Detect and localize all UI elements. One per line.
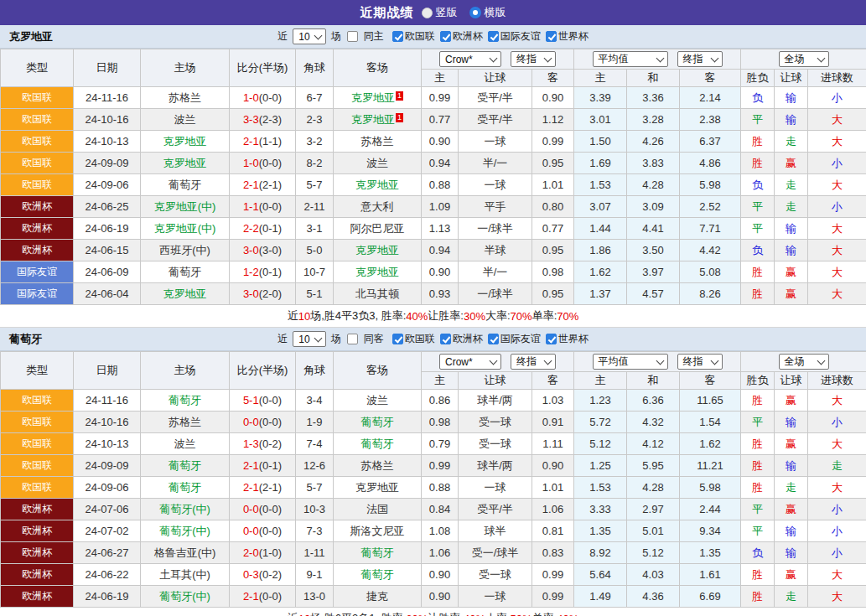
corner-score: 13-0 [296,586,334,608]
league-type-badge: 欧洲杯 [1,564,74,586]
odds-handicap: 半/一 [459,261,532,283]
team-section-portugal: 葡萄牙 近 10 场 同客 欧国联欧洲杯国际友谊世界杯 类型 日期 主场 比分(… [0,328,866,616]
scope-select-value: 全场 [785,52,805,66]
summary-segment: 让胜率: [428,308,464,324]
company-odds-group: Crow* 终指 [422,49,574,70]
team-name-text: 土耳其(中) [159,568,210,581]
home-team-cell: 波兰 [141,109,230,131]
odds-type-value: 终指 [683,355,703,369]
away-team-cell: 葡萄牙 [334,542,422,564]
chevron-down-icon [490,54,498,63]
result-outcome: 胜 [741,153,775,174]
view-option-horizontal[interactable]: 横版 [469,5,506,20]
match-date: 24-07-06 [74,499,141,520]
company-select[interactable]: Crow* [439,354,501,370]
summary-segment: 40% [464,613,485,616]
league-checkbox[interactable] [392,334,403,344]
score-fulltime: 2-1 [243,481,259,494]
league-checkbox[interactable] [440,334,451,344]
league-checkbox[interactable] [546,31,557,42]
result-goals: 大 [808,109,866,131]
league-checkbox[interactable] [440,31,451,42]
league-checkbox[interactable] [392,31,403,42]
result-handicap: 赢 [775,564,808,586]
average-select[interactable]: 平均值 [593,354,668,370]
odds-home: 0.88 [422,477,459,499]
average-select[interactable]: 平均值 [593,51,668,67]
result-handicap: 输 [775,455,808,477]
same-venue-checkbox[interactable] [347,334,358,344]
result-handicap: 走 [775,196,808,218]
avg-draw: 5.95 [627,455,680,477]
odds-away: 0.95 [532,283,574,305]
match-date: 24-09-06 [74,477,141,499]
match-date: 24-07-02 [74,520,141,542]
home-team-cell: 葡萄牙 [141,261,230,283]
odds-home: 0.94 [422,240,459,261]
radio-selected-icon[interactable] [469,7,481,18]
match-date: 24-11-16 [74,390,141,412]
col-header-corner: 角球 [296,352,334,390]
avg-home: 1.44 [574,218,627,240]
result-goals: 大 [808,131,866,153]
company-select[interactable]: Crow* [439,51,501,67]
avg-draw: 3.83 [627,153,680,174]
radio-icon[interactable] [422,8,433,18]
scope-select[interactable]: 全场 [779,51,829,67]
result-goals: 小 [808,87,866,109]
result-goals: 小 [808,499,866,520]
odds-away: 1.06 [532,499,574,520]
avg-home: 1.53 [574,477,627,499]
team-name-text: 葡萄牙(中) [159,503,210,515]
chevron-down-icon [314,32,322,40]
score-cell: 1-3(0-2) [230,433,296,455]
company-odds-type-select[interactable]: 终指 [511,51,556,67]
view-option-vertical[interactable]: 竖版 [422,5,458,20]
scope-select[interactable]: 全场 [779,354,829,370]
result-outcome: 胜 [741,586,775,608]
odds-away: 1.01 [532,174,574,196]
score-cell: 3-0(3-0) [230,240,296,261]
chevron-down-icon [544,357,552,365]
team-name-text: 苏格兰 [169,416,201,428]
average-odds-type-select[interactable]: 终指 [677,354,723,370]
rounds-select[interactable]: 10 [293,331,325,347]
same-venue-checkbox[interactable] [347,31,358,42]
team-name-text: 波兰 [174,437,196,450]
chevron-down-icon [817,357,825,365]
corner-score: 2-3 [296,109,334,131]
result-handicap: 赢 [775,283,808,305]
match-date: 24-11-16 [74,87,141,109]
result-goals: 小 [808,542,866,564]
col-header-type: 类型 [1,49,74,87]
odds-away: 0.98 [532,261,574,283]
away-team-cell: 克罗地亚 [334,477,422,499]
home-team-cell: 葡萄牙(中) [141,586,230,608]
summary-segment: 60% [406,613,428,616]
match-row: 欧国联24-10-16波兰3-3(2-3)2-3克罗地亚10.77受平/半1.1… [1,109,866,131]
team-name-text: 意大利 [361,200,394,213]
summary-row: 近10场,胜6平3负1, 胜率:60% 让胜率:40% 大率:50% 单率:40… [0,608,866,616]
result-handicap: 输 [775,87,808,109]
league-checkbox[interactable] [546,334,557,344]
company-odds-type-select[interactable]: 终指 [511,354,556,370]
league-checkbox[interactable] [488,334,499,344]
col-header-away: 客场 [334,49,422,87]
avg-draw: 4.12 [627,433,680,455]
league-type-badge: 欧国联 [1,433,74,455]
league-checkbox[interactable] [488,31,499,42]
league-type-badge: 欧洲杯 [1,218,74,240]
average-odds-type-select[interactable]: 终指 [677,51,723,67]
rounds-select[interactable]: 10 [293,28,325,44]
away-team-cell: 捷克 [334,586,422,608]
odds-away: 0.90 [532,87,574,109]
team-name-text: 葡萄牙 [169,459,201,472]
score-fulltime: 1-0 [243,91,259,104]
league-type-badge: 欧国联 [1,412,74,433]
match-date: 24-06-22 [74,564,141,586]
score-halftime: (0-0) [259,416,282,428]
match-row: 欧国联24-09-09克罗地亚1-0(0-0)8-2波兰0.94半/一0.951… [1,153,866,174]
odds-handicap: 受平/半 [459,499,532,520]
avg-home: 1.37 [574,283,627,305]
avg-away: 11.65 [680,390,741,412]
